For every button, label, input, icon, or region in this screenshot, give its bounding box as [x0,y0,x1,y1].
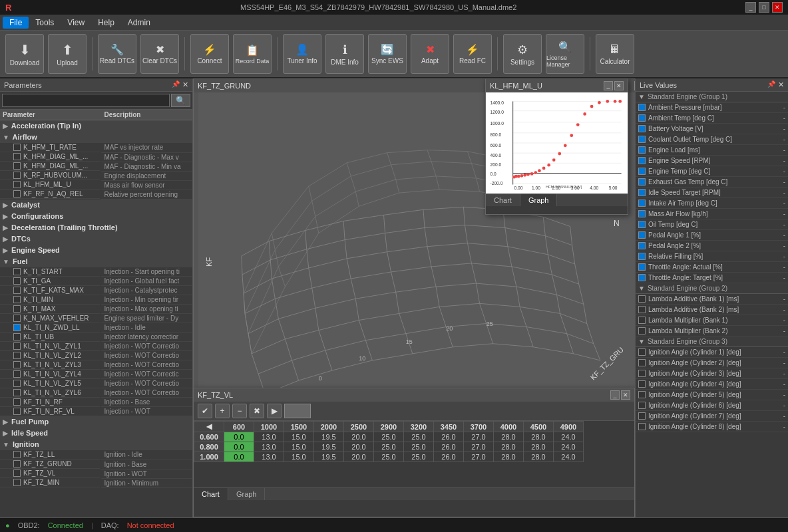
params-item-row[interactable]: KL_TI_N_VL_ZYL3 Injection - WOT Correcti… [0,360,192,370]
table-vl-sub-btn[interactable]: − [232,404,247,418]
params-checkbox[interactable] [13,153,21,160]
params-item-row[interactable]: KL_TI_N_VL_ZYL1 Injection - WOT Correcti… [0,342,192,351]
table-cell[interactable]: 25.0 [374,442,404,452]
params-checkbox[interactable] [13,479,21,486]
params-close-icon[interactable]: ✕ [182,80,188,89]
params-checkbox[interactable] [13,451,21,458]
table-vl-clear-btn[interactable]: ✖ [250,404,264,418]
live-item-checkbox[interactable] [638,402,646,409]
live-item[interactable]: Ignition Angle (Cylinder 7) [deg] - [636,411,788,422]
sync-ews-button[interactable]: 🔄 Sync EWS [368,34,407,74]
params-group-row[interactable]: ▼ Ignition [0,439,192,450]
table-cell[interactable]: 27.0 [464,452,494,462]
live-item-checkbox[interactable] [638,168,646,175]
live-item-checkbox[interactable] [638,327,646,334]
live-item-checkbox[interactable] [638,136,646,143]
live-item-checkbox[interactable] [638,146,646,154]
upload-button[interactable]: ⬆ Upload [48,34,87,74]
params-item-row[interactable]: KL_TI_N_VL_ZYL5 Injection - WOT Correcti… [0,379,192,388]
params-group-row[interactable]: ▶ Acceleration (Tip In) [0,120,192,132]
chart-hfm-tab-chart[interactable]: Chart [486,194,520,206]
live-item[interactable]: Ignition Angle (Cylinder 6) [deg] - [636,400,788,411]
live-item-checkbox[interactable] [638,348,646,356]
live-item-checkbox[interactable] [638,114,646,122]
table-vl-tab-chart[interactable]: Chart [194,488,228,500]
params-item-row[interactable]: K_RF_HUBVOLUM... Engine displacement [0,171,192,180]
params-item-row[interactable]: KF_TZ_MIN Ignition - Minimum [0,478,192,487]
table-cell[interactable]: 20.0 [344,432,374,442]
live-group-arrow[interactable]: ▼ [638,93,645,100]
params-item-row[interactable]: K_HFM_DIAG_ML_... MAF - Diagnostic - Max… [0,152,192,162]
table-cell[interactable]: 28.0 [494,442,524,452]
live-item[interactable]: Ambient Temp [deg C] - [636,113,788,124]
table-cell[interactable]: 28.0 [494,452,524,462]
live-item-checkbox[interactable] [638,104,646,111]
map-3d-minimize[interactable]: _ [634,81,635,90]
menu-admin[interactable]: Admin [121,17,157,29]
table-cell[interactable]: 13.0 [254,452,284,462]
table-cell[interactable]: 26.0 [434,432,464,442]
params-item-row[interactable]: KF_RF_N_AQ_REL Relative percent opening [0,190,192,199]
table-cell[interactable]: 20.0 [344,452,374,462]
menu-help[interactable]: Help [91,17,121,29]
params-item-row[interactable]: KL_HFM_ML_U Mass air flow sensor [0,180,192,190]
table-cell[interactable]: 28.0 [524,432,554,442]
table-cell[interactable]: 25.0 [404,432,434,442]
download-button[interactable]: ⬇ Download [5,34,44,74]
params-search-input[interactable] [2,94,170,107]
table-vl-tab-graph[interactable]: Graph [228,488,266,500]
live-item[interactable]: Throttle Angle: Actual [%] - [636,262,788,273]
read-fc-button[interactable]: ⚡ Read FC [453,34,492,74]
table-cell[interactable]: 0.0 [224,442,254,452]
params-checkbox[interactable] [13,296,21,303]
params-item-row[interactable]: KL_TI_N_VL_ZYL2 Injection - WOT Correcti… [0,351,192,360]
params-checkbox[interactable] [13,370,21,378]
live-item[interactable]: Pedal Angle 1 [%] - [636,230,788,241]
read-dtcs-button[interactable]: 🔧 Read DTCs [98,34,136,74]
table-cell[interactable]: 28.0 [524,452,554,462]
params-item-row[interactable]: K_N_MAX_VFEHLER Engine speed limiter - D… [0,314,192,323]
table-cell[interactable]: 25.0 [404,442,434,452]
adapt-button[interactable]: ✖ Adapt [411,34,449,74]
params-checkbox[interactable] [13,389,21,396]
params-item-row[interactable]: K_TI_MAX Injection - Max opening ti [0,305,192,314]
params-item-row[interactable]: K_HFM_TI_RATE MAF vs injector rate [0,143,192,153]
live-item-checkbox[interactable] [638,253,646,260]
table-cell[interactable]: 28.0 [494,432,524,442]
live-close-icon[interactable]: ✕ [778,80,784,89]
params-item-row[interactable]: K_TI_GA Injection - Global fuel fact [0,277,192,286]
table-vl-add-btn[interactable]: + [215,404,230,418]
params-group-row[interactable]: ▶ Deceleration (Trailing Throttle) [0,221,192,233]
table-cell[interactable]: 26.0 [434,452,464,462]
live-item-checkbox[interactable] [638,359,646,366]
live-item[interactable]: Engine Load [ms] - [636,145,788,156]
params-search-button[interactable]: 🔍 [171,94,190,107]
params-checkbox[interactable] [13,287,21,294]
record-data-button[interactable]: 📋 Record Data [233,34,272,74]
live-item[interactable]: Exhaust Gas Temp [deg C] - [636,177,788,188]
live-item-checkbox[interactable] [638,370,646,377]
table-cell[interactable]: 13.0 [254,432,284,442]
params-checkbox[interactable] [13,469,21,477]
params-group-row[interactable]: ▶ Fuel Pump [0,416,192,428]
table-cell[interactable]: 19.5 [314,432,344,442]
license-mgr-button[interactable]: 🔍 License Manager [546,34,584,74]
params-checkbox[interactable] [13,398,21,406]
params-group-row[interactable]: ▶ DTCs [0,233,192,244]
live-item[interactable]: Ambient Pressure [mbar] - [636,102,788,113]
live-item[interactable]: Pedal Angle 2 [%] - [636,241,788,251]
table-cell[interactable]: 24.0 [554,432,584,442]
live-item-checkbox[interactable] [638,189,646,196]
live-item-checkbox[interactable] [638,157,646,164]
live-item[interactable]: Battery Voltage [V] - [636,124,788,134]
table-cell[interactable]: 27.0 [464,432,494,442]
live-item[interactable]: Ignition Angle (Cylinder 4) [deg] - [636,379,788,390]
params-item-row[interactable]: KL_TI_N_ZWD_LL Injection - Idle [0,323,192,332]
tuner-info-button[interactable]: 👤 Tuner Info [283,34,321,74]
table-cell[interactable]: 27.0 [464,442,494,452]
table-vl-play-btn[interactable]: ▶ [267,404,282,418]
params-checkbox[interactable] [13,181,21,188]
params-item-row[interactable]: K_HFM_DIAG_ML_... MAF - Diagnostic - Min… [0,162,192,171]
live-item[interactable]: Intake Air Temp [deg C] - [636,198,788,209]
params-group-row[interactable]: ▼ Airflow [0,132,192,143]
